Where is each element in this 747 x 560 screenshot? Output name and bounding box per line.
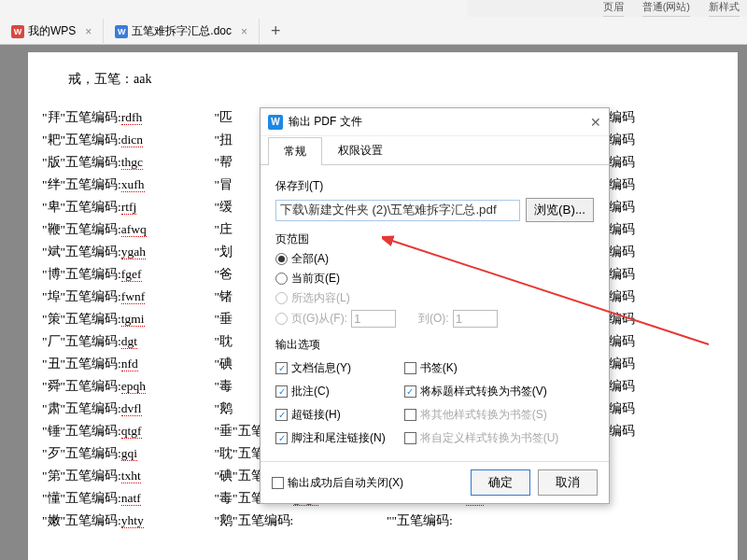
- wubi-entry: "懂"五笔编码:natf: [42, 487, 207, 510]
- wubi-entry: "厂"五笔编码:dgt: [42, 330, 207, 353]
- ok-button[interactable]: 确定: [471, 469, 530, 496]
- radio-label: 所选内容(L): [291, 290, 350, 306]
- tab-document[interactable]: W 五笔难拆字汇总.doc ×: [104, 19, 260, 45]
- radio-icon: [275, 313, 288, 325]
- radio-icon: [275, 253, 288, 265]
- wubi-entry: "鞭"五笔编码:afwq: [42, 218, 207, 241]
- paragraph: 戒，五笔：aak: [68, 71, 724, 88]
- wubi-entry: "舜"五笔编码:epqh: [42, 375, 207, 398]
- check-heading-bookmarks[interactable]: ✓将标题样式转换为书签(V): [404, 384, 559, 399]
- wubi-entry: "卑"五笔编码:rtfj: [42, 196, 207, 218]
- column-1: "拜"五笔编码:rdfh"耙"五笔编码:dicn"版"五笔编码:thgc"绊"五…: [42, 106, 207, 532]
- tab-wps-home[interactable]: W 我的WPS ×: [0, 19, 104, 45]
- page-to-input[interactable]: [453, 310, 498, 328]
- radio-current-page[interactable]: 当前页(E): [275, 271, 594, 287]
- radio-icon: [275, 292, 288, 304]
- wubi-entry: "嫩"五笔编码:yhty: [42, 510, 207, 532]
- radio-page-range[interactable]: 页(G)从(F): 到(O):: [275, 310, 594, 328]
- wubi-entry: "拜"五笔编码:rdfh: [42, 106, 207, 129]
- tab-label: 我的WPS: [28, 23, 76, 39]
- tab-label: 五笔难拆字汇总.doc: [132, 23, 232, 39]
- wubi-entry: ""五笔编码:: [387, 510, 552, 532]
- toolbar-item[interactable]: 普通(网站): [642, 0, 690, 17]
- wubi-entry: "肃"五笔编码:dvfl: [42, 398, 207, 420]
- radio-label: 页(G)从(F):: [291, 311, 347, 327]
- radio-selection: 所选内容(L): [275, 290, 594, 306]
- doc-icon: W: [115, 25, 128, 38]
- toolbar-item[interactable]: 页眉: [603, 0, 624, 17]
- wubi-entry: "丑"五笔编码:nfd: [42, 353, 207, 375]
- dialog-tabs: 常规 权限设置: [261, 136, 609, 165]
- wubi-entry: "策"五笔编码:tgmi: [42, 308, 207, 330]
- top-toolbar-fragment: 页眉 普通(网站) 新样式: [467, 0, 747, 17]
- wubi-entry: "耙"五笔编码:dicn: [42, 129, 207, 151]
- to-label: 到(O):: [418, 311, 449, 327]
- wps-icon: W: [11, 25, 24, 38]
- toolbar-item[interactable]: 新样式: [709, 0, 740, 17]
- check-bookmarks[interactable]: 书签(K): [404, 360, 559, 376]
- radio-label: 当前页(E): [291, 271, 340, 287]
- cancel-button[interactable]: 取消: [538, 469, 598, 496]
- check-footnotes[interactable]: ✓脚注和尾注链接(N): [275, 430, 386, 446]
- close-icon[interactable]: ×: [241, 25, 247, 38]
- export-pdf-dialog: W 输出 PDF 文件 ✕ 常规 权限设置 保存到(T) 浏览(B)... 页范…: [260, 107, 610, 504]
- wubi-entry: "歹"五笔编码:gqi: [42, 442, 207, 465]
- check-autoclose[interactable]: 输出成功后自动关闭(X): [272, 475, 463, 491]
- radio-all-pages[interactable]: 全部(A): [275, 251, 594, 267]
- wubi-entry: "鹅"五笔编码:: [215, 510, 380, 532]
- dialog-title: 输出 PDF 文件: [289, 114, 590, 130]
- save-to-label: 保存到(T): [275, 178, 594, 194]
- check-hyperlinks[interactable]: ✓超链接(H): [275, 407, 386, 423]
- wubi-entry: "博"五笔编码:fgef: [42, 263, 207, 286]
- tab-permissions[interactable]: 权限设置: [322, 136, 399, 164]
- check-custom-bookmarks[interactable]: 将自定义样式转换为书签(U): [404, 430, 559, 446]
- close-icon[interactable]: ×: [85, 25, 92, 38]
- check-docinfo[interactable]: ✓文档信息(Y): [275, 360, 386, 376]
- wps-logo-icon: W: [268, 115, 283, 130]
- check-comments[interactable]: ✓批注(C): [275, 384, 386, 399]
- radio-icon: [275, 273, 288, 285]
- wubi-entry: "锤"五笔编码:qtgf: [42, 420, 207, 442]
- tab-general[interactable]: 常规: [268, 137, 322, 165]
- wubi-entry: "第"五笔编码:txht: [42, 465, 207, 487]
- radio-label: 全部(A): [291, 251, 329, 267]
- output-options-label: 输出选项: [275, 337, 594, 353]
- page-from-input[interactable]: [351, 310, 396, 328]
- dialog-titlebar: W 输出 PDF 文件 ✕: [261, 108, 609, 136]
- browse-button[interactable]: 浏览(B)...: [526, 198, 594, 222]
- page-range-label: 页范围: [275, 231, 594, 247]
- add-tab-button[interactable]: +: [260, 21, 292, 41]
- save-path-input[interactable]: [275, 200, 520, 221]
- close-icon[interactable]: ✕: [590, 115, 601, 130]
- wubi-entry: "埠"五笔编码:fwnf: [42, 286, 207, 308]
- check-other-bookmarks[interactable]: 将其他样式转换为书签(S): [404, 407, 559, 423]
- wubi-entry: "斌"五笔编码:ygah: [42, 241, 207, 263]
- wubi-entry: "绊"五笔编码:xufh: [42, 174, 207, 196]
- wubi-entry: "版"五笔编码:thgc: [42, 151, 207, 174]
